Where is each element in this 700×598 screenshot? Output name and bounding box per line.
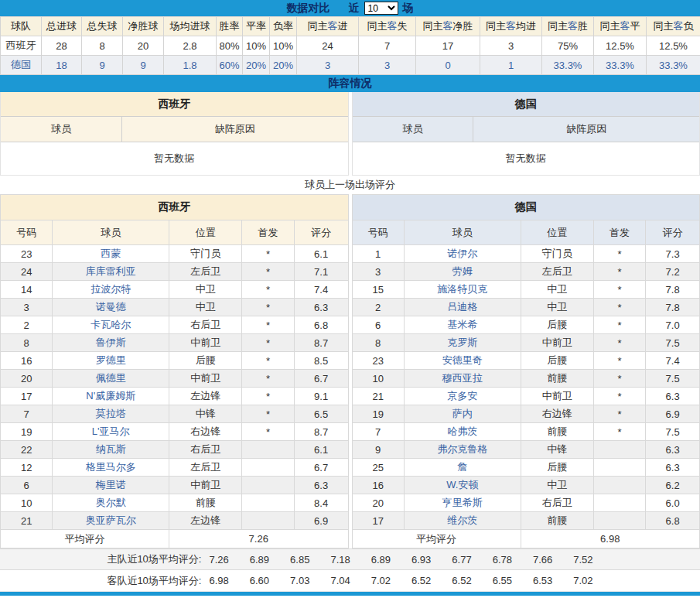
player-rating: 6.9 <box>294 512 348 530</box>
player-number: 12 <box>1 459 53 477</box>
player-rating: 7.5 <box>646 334 700 352</box>
player-name-link[interactable]: 克罗斯 <box>404 334 521 352</box>
player-name-link[interactable]: 诺伊尔 <box>404 245 521 263</box>
player-starter: * <box>242 263 294 281</box>
stat-value-cell: 17 <box>416 36 480 56</box>
summary-value: 6.89 <box>250 554 269 566</box>
stat-value-cell: 3 <box>297 56 359 75</box>
player-row: 2卡瓦哈尔右后卫*6.8 <box>1 316 349 334</box>
player-position: 中前卫 <box>521 388 593 405</box>
player-number: 19 <box>352 405 404 423</box>
player-name-link[interactable]: 奥尔默 <box>53 494 169 512</box>
summary-value: 7.66 <box>533 554 552 566</box>
player-position: 右后卫 <box>169 316 242 334</box>
player-rating: 6.9 <box>646 405 700 423</box>
player-name-link[interactable]: 吕迪格 <box>404 299 521 316</box>
player-name-link[interactable]: 梅里诺 <box>53 477 169 494</box>
stat-value-cell: 33.3% <box>542 56 594 75</box>
lineup-away-subheader: 球员 缺阵原因 <box>353 117 700 142</box>
stat-value-cell: 7 <box>359 36 416 56</box>
player-name-link[interactable]: 格里马尔多 <box>53 459 169 477</box>
summary-value: 7.02 <box>371 575 391 586</box>
player-row: 2吕迪格中卫*7.8 <box>352 299 700 316</box>
player-name-link[interactable]: W.安顿 <box>404 477 521 494</box>
player-rating: 6.3 <box>646 441 700 459</box>
player-row: 21奥亚萨瓦尔左边锋6.9 <box>1 512 349 530</box>
player-name-link[interactable]: 佩德里 <box>53 370 169 388</box>
player-starter <box>242 494 294 512</box>
lineup-home-subheader: 球员 缺阵原因 <box>1 117 348 142</box>
player-number: 24 <box>1 263 53 281</box>
player-name-link[interactable]: 莫拉塔 <box>53 405 169 423</box>
player-name-link[interactable]: 施洛特贝克 <box>404 281 521 299</box>
player-name-link[interactable]: 劳姆 <box>404 263 521 281</box>
player-position: 后腰 <box>521 316 593 334</box>
player-name-link[interactable]: 鲁伊斯 <box>53 334 169 352</box>
player-name-link[interactable]: 萨内 <box>404 405 521 423</box>
player-starter <box>242 441 294 459</box>
stat-header-cell: 负率 <box>270 17 297 36</box>
stat-value-cell: 24 <box>297 36 359 56</box>
player-name-link[interactable]: 西蒙 <box>53 245 169 263</box>
player-starter: * <box>593 405 645 423</box>
bottom-accent-bar <box>0 592 700 596</box>
player-row: 17维尔茨前腰6.8 <box>352 512 700 530</box>
player-rating: 6.3 <box>294 477 348 494</box>
player-number: 1 <box>352 245 404 263</box>
player-number: 14 <box>1 281 53 299</box>
player-name-link[interactable]: 维尔茨 <box>404 512 521 530</box>
ratings-column-header: 球员 <box>404 220 521 245</box>
stats-header-row: 球队总进球总失球净胜球场均进球胜率平率负率同主客进同主客失同主客净胜同主客均进同… <box>1 17 700 36</box>
player-number: 15 <box>352 281 404 299</box>
stat-header-cell: 胜率 <box>217 17 243 36</box>
player-number: 20 <box>1 370 53 388</box>
player-name-link[interactable]: 安德里奇 <box>404 352 521 370</box>
player-name-link[interactable]: 诺曼德 <box>53 299 169 316</box>
player-name-link[interactable]: 纳瓦斯 <box>53 441 169 459</box>
player-rating: 6.0 <box>646 494 700 512</box>
stat-value-cell: 0 <box>416 56 480 75</box>
player-position: 守门员 <box>521 245 593 263</box>
player-position: 后腰 <box>169 352 242 370</box>
player-name-link[interactable]: 京多安 <box>404 388 521 405</box>
player-rating: 6.7 <box>294 459 348 477</box>
ratings-column-header: 评分 <box>646 220 700 245</box>
summary-value: 7.26 <box>209 554 228 566</box>
player-rating: 7.2 <box>646 263 700 281</box>
player-name-link[interactable]: L'亚马尔 <box>53 423 169 441</box>
player-name-link[interactable]: 卡瓦哈尔 <box>53 316 169 334</box>
player-position: 中卫 <box>169 299 242 316</box>
stat-value-cell: 1 <box>480 56 542 75</box>
player-name-link[interactable]: N'威廉姆斯 <box>53 388 169 405</box>
match-count-select[interactable]: 10 <box>364 2 398 15</box>
player-position: 前腰 <box>521 512 593 530</box>
player-starter: * <box>593 352 645 370</box>
player-rating: 6.7 <box>294 370 348 388</box>
stat-value-cell: 12.5% <box>647 36 700 56</box>
player-name-link[interactable]: 罗德里 <box>53 352 169 370</box>
player-name-link[interactable]: 亨里希斯 <box>404 494 521 512</box>
player-starter <box>593 477 645 494</box>
player-name-link[interactable]: 穆西亚拉 <box>404 370 521 388</box>
player-position: 右边锋 <box>521 405 593 423</box>
player-number: 20 <box>352 494 404 512</box>
player-name-link[interactable]: 拉波尔特 <box>53 281 169 299</box>
player-starter: * <box>242 299 294 316</box>
stats-table: 球队总进球总失球净胜球场均进球胜率平率负率同主客进同主客失同主客净胜同主客均进同… <box>0 16 700 75</box>
player-name-link[interactable]: 詹 <box>404 459 521 477</box>
player-name-link[interactable]: 奥亚萨瓦尔 <box>53 512 169 530</box>
stat-value-cell: 28 <box>42 36 82 56</box>
lineup-section: 西班牙 球员 缺阵原因 暂无数据 德国 球员 缺阵原因 暂无数据 <box>0 92 700 176</box>
summary-value: 6.98 <box>209 575 228 586</box>
player-rating: 9.1 <box>294 388 348 405</box>
stat-value-cell: 20 <box>123 36 164 56</box>
player-name-link[interactable]: 哈弗茨 <box>404 423 521 441</box>
player-rating: 6.3 <box>294 299 348 316</box>
stat-header-cell: 同主客净胜 <box>416 17 480 36</box>
player-name-link[interactable]: 弗尔克鲁格 <box>404 441 521 459</box>
player-name-link[interactable]: 基米希 <box>404 316 521 334</box>
stat-value-cell: 75% <box>542 36 594 56</box>
stat-header-cell: 总进球 <box>42 17 82 36</box>
stat-value-cell: 18 <box>42 56 82 75</box>
player-name-link[interactable]: 库库雷利亚 <box>53 263 169 281</box>
